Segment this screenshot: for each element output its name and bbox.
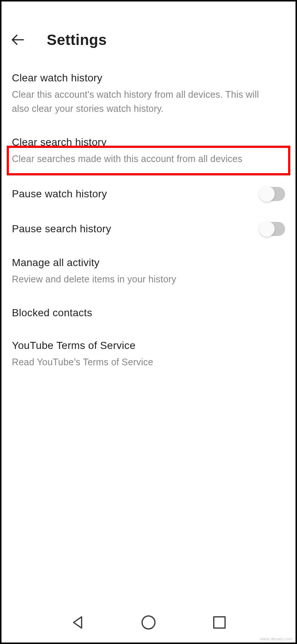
item-title: Manage all activity (12, 257, 278, 269)
item-title: Pause watch history (12, 188, 253, 200)
item-desc: Clear this account's watch history from … (12, 88, 278, 116)
clear-watch-history-item[interactable]: Clear watch history Clear this account's… (10, 62, 287, 127)
pause-search-history-toggle[interactable] (261, 222, 285, 236)
nav-back-button[interactable] (66, 611, 89, 634)
item-title: Clear search history (12, 136, 278, 148)
blocked-contacts-item[interactable]: Blocked contacts (10, 297, 287, 330)
pause-watch-history-toggle[interactable] (261, 187, 285, 201)
item-title: Blocked contacts (12, 307, 278, 319)
pause-watch-history-item[interactable]: Pause watch history (10, 177, 287, 212)
pause-search-history-item[interactable]: Pause search history (10, 212, 287, 247)
square-recent-icon (210, 613, 229, 632)
nav-recent-button[interactable] (208, 611, 231, 634)
clear-search-history-item[interactable]: Clear search history Clear searches made… (10, 127, 287, 177)
toggle-knob (259, 221, 275, 237)
back-button[interactable] (9, 30, 27, 49)
svg-point-0 (142, 616, 155, 629)
triangle-back-icon (68, 613, 87, 632)
nav-home-button[interactable] (137, 611, 160, 634)
watermark: www.deuaq.com (260, 637, 293, 641)
item-title: Clear watch history (12, 72, 278, 84)
youtube-terms-item[interactable]: YouTube Terms of Service Read YouTube's … (10, 330, 287, 381)
manage-all-activity-item[interactable]: Manage all activity Review and delete it… (10, 247, 287, 298)
toggle-knob (259, 186, 275, 202)
item-title: Pause search history (12, 223, 253, 235)
circle-home-icon (139, 613, 158, 632)
arrow-left-icon (10, 32, 26, 48)
page-title: Settings (47, 32, 107, 48)
item-title: YouTube Terms of Service (12, 340, 278, 352)
item-desc: Review and delete items in your history (12, 272, 278, 287)
item-desc: Read YouTube's Terms of Service (12, 355, 278, 369)
svg-rect-1 (213, 617, 225, 628)
item-desc: Clear searches made with this account fr… (12, 152, 278, 166)
